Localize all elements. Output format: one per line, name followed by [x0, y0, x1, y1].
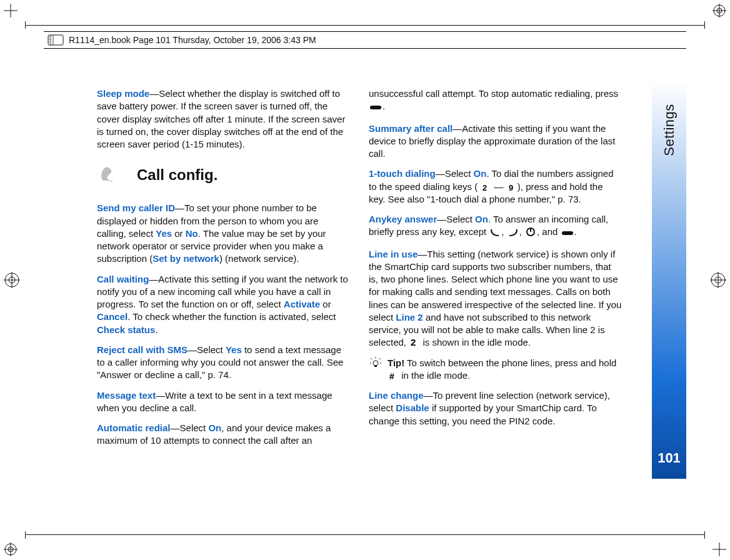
- text: is shown in the idle mode.: [420, 337, 531, 348]
- opt-no: No: [186, 228, 198, 239]
- crop-mark-bottom-right: [712, 542, 726, 556]
- tip-label: Tip!: [388, 358, 404, 368]
- opt-disable: Disable: [396, 402, 429, 413]
- crop-mark-top-left: [4, 4, 18, 18]
- opt-yes: Yes: [226, 344, 242, 355]
- section-title: Call config.: [137, 165, 218, 185]
- para-auto-redial: Automatic redial—Select On, and your dev…: [97, 422, 350, 448]
- para-one-touch-dialing: 1-touch dialing—Select On. To dial the n…: [369, 168, 622, 206]
- term-send-caller-id: Send my caller ID: [97, 202, 175, 213]
- book-info-bar: R1114_en.book Page 101 Thursday, October…: [44, 31, 686, 49]
- para-auto-redial-cont: unsuccessful call attempt. To stop autom…: [369, 88, 622, 115]
- opt-set-by-network: Set by network: [152, 253, 219, 264]
- text: .: [574, 226, 577, 237]
- frame-tick: [704, 21, 705, 29]
- term-anykey-answer: Anykey answer: [369, 214, 437, 224]
- text: or: [320, 299, 331, 309]
- hash-key-icon: #: [389, 372, 398, 381]
- opt-cancel: Cancel: [97, 311, 128, 322]
- opt-yes: Yes: [156, 228, 172, 239]
- para-anykey-answer: Anykey answer—Select On. To answer an in…: [369, 213, 622, 241]
- svg-rect-8: [48, 35, 63, 45]
- tip-row: Tip! To switch between the phone lines, …: [369, 357, 622, 382]
- term-line-in-use: Line in use: [369, 249, 418, 259]
- end-key-icon: [370, 102, 381, 114]
- right-softkey-icon: [508, 228, 518, 240]
- para-reject-call-sms: Reject call with SMS—Select Yes to send …: [97, 344, 350, 382]
- text: in the idle mode.: [399, 370, 470, 381]
- line2-indicator-icon: 2: [410, 338, 419, 348]
- tip-body: Tip! To switch between the phone lines, …: [388, 357, 622, 382]
- section-call-config: Call config.: [97, 162, 350, 188]
- para-line-change: Line change—To prevent line selection (n…: [369, 389, 622, 428]
- term-summary-after-call: Summary after call: [369, 123, 452, 134]
- svg-rect-17: [562, 231, 573, 235]
- svg-rect-20: [374, 366, 377, 367]
- book-info-text: R1114_en.book Page 101 Thursday, October…: [69, 35, 316, 45]
- term-line-change: Line change: [369, 390, 424, 401]
- para-message-text: Message text—Write a text to be sent in …: [97, 389, 350, 415]
- term-auto-redial: Automatic redial: [97, 422, 171, 433]
- side-glyph-right: [710, 272, 726, 288]
- frame-line-top: [25, 25, 705, 26]
- para-call-waiting: Call waiting—Activate this setting if yo…: [97, 273, 350, 336]
- term-one-touch-dialing: 1-touch dialing: [369, 168, 436, 179]
- text: —Select: [188, 344, 226, 355]
- column-left: Sleep mode—Select whether the display is…: [97, 88, 350, 485]
- text: —: [491, 181, 506, 192]
- side-tab-label: Settings: [661, 104, 678, 156]
- key-2-icon: 2: [481, 183, 490, 192]
- para-send-caller-id: Send my caller ID—To set your phone numb…: [97, 202, 350, 265]
- text: .: [382, 101, 385, 111]
- opt-on: On: [474, 168, 487, 179]
- spiral-book-icon: [48, 34, 64, 46]
- power-key-icon: [526, 227, 536, 240]
- opt-activate: Activate: [284, 299, 320, 309]
- svg-rect-12: [370, 106, 381, 109]
- para-line-in-use: Line in use—This setting (network servic…: [369, 248, 622, 349]
- side-tab: Settings 101: [652, 81, 686, 479]
- text: or: [172, 228, 186, 239]
- key-9-icon: 9: [508, 183, 516, 192]
- opt-check-status: Check status: [97, 324, 155, 335]
- frame-line-bottom: [25, 534, 705, 535]
- svg-point-10: [49, 39, 49, 39]
- text: To switch between the phone lines, press…: [404, 358, 616, 368]
- phone-icon: [97, 162, 123, 188]
- svg-point-19: [373, 361, 378, 366]
- text: —Select: [436, 168, 474, 179]
- frame-tick: [25, 21, 26, 29]
- text: —Select: [437, 214, 475, 224]
- text: ,: [519, 226, 524, 237]
- frame-tick: [704, 531, 705, 539]
- para-sleep-mode: Sleep mode—Select whether the display is…: [97, 88, 350, 151]
- end-key-icon: [562, 228, 573, 240]
- crop-mark-top-right: [712, 4, 726, 18]
- opt-on: On: [475, 214, 488, 224]
- page-number: 101: [658, 450, 681, 466]
- frame-tick: [25, 531, 26, 539]
- term-reject-call-sms: Reject call with SMS: [97, 344, 188, 355]
- text: ) (network service).: [219, 253, 299, 264]
- svg-point-9: [49, 36, 49, 37]
- svg-text:2: 2: [482, 183, 487, 192]
- svg-text:2: 2: [411, 338, 416, 348]
- content-area: Sleep mode—Select whether the display is…: [97, 88, 622, 485]
- text: .: [155, 324, 158, 335]
- text: unsuccessful call attempt. To stop autom…: [369, 88, 618, 99]
- term-message-text: Message text: [97, 390, 156, 401]
- side-glyph-left: [4, 272, 20, 288]
- term-call-waiting: Call waiting: [97, 274, 149, 284]
- text: , and: [537, 226, 561, 237]
- text: . To check whether the function is activ…: [128, 311, 336, 322]
- text: ,: [501, 226, 506, 237]
- text: —Select: [171, 422, 209, 433]
- svg-point-11: [49, 41, 49, 42]
- column-right: unsuccessful call attempt. To stop autom…: [369, 88, 622, 485]
- svg-text:#: #: [389, 372, 394, 381]
- opt-line2: Line 2: [396, 312, 422, 322]
- crop-mark-bottom-left: [4, 542, 18, 556]
- term-sleep-mode: Sleep mode: [97, 88, 149, 99]
- svg-text:9: 9: [509, 183, 513, 192]
- para-summary-after-call: Summary after call—Activate this setting…: [369, 122, 622, 161]
